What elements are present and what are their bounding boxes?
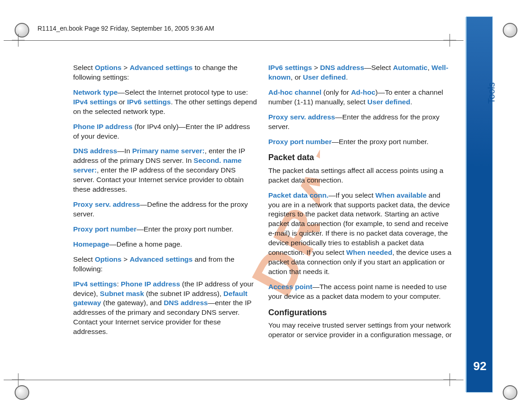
ipv6-settings-link: IPv6 settings <box>268 64 312 71</box>
crop-mark-icon <box>443 373 456 386</box>
phone-ip-address-link: Phone IP address <box>73 123 133 130</box>
dns-address-link: DNS address <box>320 64 364 71</box>
page-number: 92 <box>471 359 489 373</box>
para: Packet data conn.—If you select When ava… <box>268 191 452 277</box>
proxy-port-number-link: Proxy port number <box>268 138 332 145</box>
binder-ring-icon <box>503 385 517 400</box>
para: Access point—The access point name is ne… <box>268 282 452 301</box>
ad-hoc-link: Ad-hoc <box>351 88 375 96</box>
when-needed-link: When needed <box>346 248 393 256</box>
right-column: IPv6 settings > DNS address—Select Autom… <box>268 63 452 345</box>
header-path: R1114_en.book Page 92 Friday, September … <box>37 25 214 32</box>
binder-ring-icon <box>503 23 517 38</box>
primary-name-server-link: Primary name server: <box>132 147 205 155</box>
para: Proxy port number—Enter the proxy port n… <box>268 137 452 147</box>
para: The packet data settings affect all acce… <box>268 166 452 185</box>
configurations-heading: Configurations <box>268 307 452 318</box>
advanced-settings-link: Advanced settings <box>130 255 193 263</box>
proxy-serv-address-link: Proxy serv. address <box>73 200 140 208</box>
ipv4-settings-link: IPv4 settings <box>73 280 117 288</box>
para: Homepage—Define a home page. <box>73 240 257 249</box>
ipv4-settings-link: IPv4 settings <box>73 98 117 106</box>
para: IPv4 settings: Phone IP address (the IP … <box>73 280 257 337</box>
packet-data-conn-link: Packet data conn. <box>268 191 329 199</box>
proxy-port-number-link: Proxy port number <box>73 225 137 233</box>
dns-address-link: DNS address <box>164 299 207 307</box>
crop-mark-icon <box>443 34 456 47</box>
para: Select Options > Advanced settings and f… <box>73 255 257 274</box>
user-defined-link: User defined <box>367 98 410 106</box>
para: Proxy port number—Enter the proxy port n… <box>73 225 257 234</box>
page-rule-bottom <box>4 380 463 380</box>
left-column: Select Options > Advanced settings to ch… <box>73 63 257 345</box>
page-content: Select Options > Advanced settings to ch… <box>73 63 452 345</box>
ipv6-settings-link: IPv6 settings <box>127 98 171 106</box>
para: You may receive trusted server settings … <box>268 321 452 340</box>
ad-hoc-channel-link: Ad-hoc channel <box>268 88 321 96</box>
packet-data-heading: Packet data <box>268 152 452 163</box>
advanced-settings-link: Advanced settings <box>130 64 193 71</box>
para: Select Options > Advanced settings to ch… <box>73 63 257 82</box>
automatic-link: Automatic <box>393 64 428 71</box>
para: Ad-hoc channel (only for Ad-hoc)—To ente… <box>268 88 452 107</box>
subnet-mask-link: Subnet mask <box>100 290 144 297</box>
para: Proxy serv. address—Define the address f… <box>73 200 257 219</box>
page-rule-top <box>4 40 463 41</box>
para: Proxy serv. address—Enter the address fo… <box>268 113 452 132</box>
section-tab-label: Tools <box>486 82 497 104</box>
dns-address-link: DNS address <box>73 147 117 155</box>
para: Network type—Select the Internet protoco… <box>73 88 257 117</box>
crop-mark-icon <box>12 373 25 386</box>
side-band <box>466 16 493 393</box>
user-defined-link: User defined <box>303 73 346 81</box>
binder-ring-icon <box>15 385 29 400</box>
options-link: Options <box>95 255 122 263</box>
homepage-link: Homepage <box>73 240 109 248</box>
para: Phone IP address (for IPv4 only)—Enter t… <box>73 122 257 141</box>
phone-ip-address-link: Phone IP address <box>121 280 180 288</box>
crop-mark-icon <box>12 34 25 47</box>
para: IPv6 settings > DNS address—Select Autom… <box>268 63 452 82</box>
access-point-link: Access point <box>268 283 312 291</box>
options-link: Options <box>95 64 122 71</box>
para: DNS address—In Primary name server:, ent… <box>73 146 257 194</box>
when-available-link: When available <box>375 191 426 199</box>
network-type-link: Network type <box>73 88 117 96</box>
proxy-serv-address-link: Proxy serv. address <box>268 113 335 121</box>
